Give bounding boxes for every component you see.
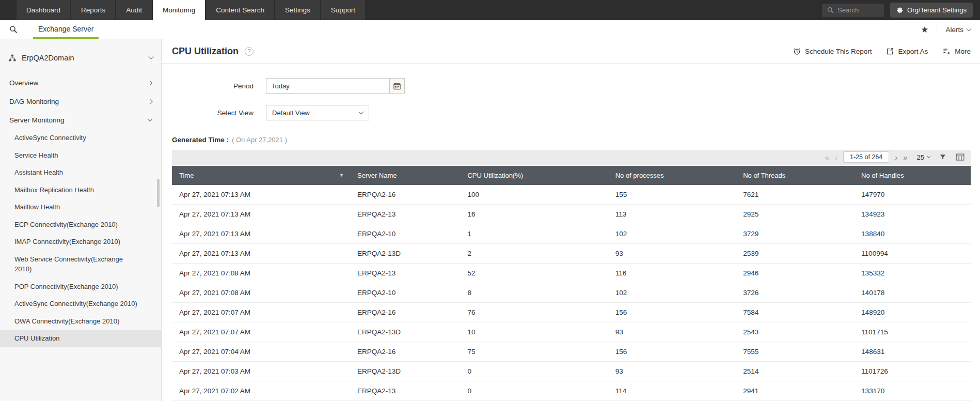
sidebar-section-server-monitoring[interactable]: Server Monitoring	[0, 111, 161, 129]
filter-icon[interactable]	[939, 153, 946, 161]
top-nav-right: Org/Tenant Settings	[822, 0, 980, 20]
sidebar-scrollbar[interactable]	[157, 179, 160, 207]
table-cell: 2	[460, 244, 608, 264]
page-size-select[interactable]: 25	[917, 153, 930, 161]
generated-time-value: ( On Apr 27,2021 )	[232, 136, 287, 144]
table-row[interactable]: Apr 27, 2021 07:07 AMERPQA2-167615675841…	[172, 303, 971, 322]
table-row[interactable]: Apr 27, 2021 07:03 AMERPQA2-13D093251411…	[172, 362, 971, 381]
sidebar-item-mailbox-replication-health[interactable]: Mailbox Replication Health	[0, 181, 161, 199]
table-row[interactable]: Apr 27, 2021 07:08 AMERPQA2-108102372614…	[172, 283, 971, 303]
table-cell: 133170	[854, 381, 971, 401]
table-cell: 2925	[736, 205, 854, 224]
column-chooser-icon[interactable]	[956, 153, 965, 161]
global-search-input[interactable]	[837, 6, 879, 14]
sidebar-item-activesync-connectivity[interactable]: ActiveSync Connectivity	[0, 129, 161, 147]
org-tenant-settings-button[interactable]: Org/Tenant Settings	[890, 3, 973, 18]
global-search-box[interactable]	[822, 4, 884, 17]
table-cell: 2941	[736, 381, 854, 401]
table-row[interactable]: Apr 27, 2021 07:13 AMERPQA2-101102372913…	[172, 224, 971, 244]
last-page-button[interactable]: »	[903, 153, 907, 161]
column-header-server-name[interactable]: Server Name	[350, 166, 460, 185]
prev-page-button[interactable]: ‹	[835, 153, 837, 161]
top-nav-tab-monitoring[interactable]: Monitoring	[153, 0, 205, 20]
table-cell: Apr 27, 2021 07:07 AM	[172, 303, 350, 322]
top-nav-tab-settings[interactable]: Settings	[275, 0, 320, 20]
domain-label: ErpQA2Domain	[22, 54, 74, 62]
export-icon	[886, 48, 894, 55]
column-header-cpu-utilization[interactable]: CPU Utilization(%)	[460, 166, 608, 185]
sidebar-item-pop-connectivity-exchange-2010[interactable]: POP Connectivity(Exchange 2010)	[0, 278, 161, 296]
more-button[interactable]: More	[942, 48, 971, 55]
column-header-label: CPU Utilization(%)	[467, 172, 523, 179]
column-header-time[interactable]: Time▼	[172, 166, 350, 185]
period-label: Period	[172, 82, 266, 90]
report-actions: Schedule This Report Export As More	[793, 48, 971, 55]
domain-selector[interactable]: ErpQA2Domain	[0, 47, 161, 69]
top-nav-tab-reports[interactable]: Reports	[71, 0, 115, 20]
table-row[interactable]: Apr 27, 2021 07:02 AMERPQA2-130114294113…	[172, 381, 971, 401]
sidebar: ErpQA2Domain OverviewDAG MonitoringServe…	[0, 39, 162, 401]
view-select[interactable]: Default View	[266, 105, 369, 120]
module-search-icon[interactable]	[9, 20, 18, 39]
table-row[interactable]: Apr 27, 2021 07:13 AMERPQA2-161001557621…	[172, 185, 971, 205]
report-table: Time▼Server NameCPU Utilization(%)No of …	[172, 166, 971, 401]
column-header-no-of-handles[interactable]: No of Handles	[854, 166, 971, 185]
table-row[interactable]: Apr 27, 2021 07:08 AMERPQA2-135211629461…	[172, 264, 971, 283]
chevron-right-icon	[148, 80, 153, 85]
schedule-report-button[interactable]: Schedule This Report	[793, 48, 872, 55]
top-nav-tab-content-search[interactable]: Content Search	[206, 0, 274, 20]
calendar-button[interactable]	[389, 78, 405, 94]
top-nav-tab-dashboard[interactable]: Dashboard	[17, 0, 70, 20]
table-cell: 1101715	[854, 322, 971, 342]
first-page-button[interactable]: «	[825, 153, 829, 161]
table-row[interactable]: Apr 27, 2021 07:13 AMERPQA2-131611329251…	[172, 205, 971, 224]
sort-arrow-icon[interactable]: ▼	[339, 173, 344, 178]
column-header-no-of-threads[interactable]: No of Threads	[736, 166, 854, 185]
sidebar-item-activesync-connectivity-exchange-2010[interactable]: ActiveSync Connectivity(Exchange 2010)	[0, 295, 161, 313]
sidebar-item-service-health[interactable]: Service Health	[0, 147, 161, 164]
sidebar-item-assistant-health[interactable]: Assistant Health	[0, 164, 161, 181]
content-layout: ErpQA2Domain OverviewDAG MonitoringServe…	[0, 39, 980, 401]
sidebar-item-mailflow-health[interactable]: Mailflow Health	[0, 198, 161, 216]
top-nav-tabs: DashboardReportsAuditMonitoringContent S…	[17, 0, 366, 20]
alerts-dropdown[interactable]: Alerts	[945, 26, 971, 34]
sidebar-item-web-service-connectivity-exchange-2010[interactable]: Web Service Connectivity(Exchange 2010)	[0, 251, 161, 278]
favorites-star-icon[interactable]: ★	[921, 25, 928, 34]
divider	[937, 25, 937, 34]
org-tenant-settings-label: Org/Tenant Settings	[907, 6, 967, 14]
help-icon[interactable]: ?	[245, 47, 254, 56]
sidebar-section-overview[interactable]: Overview	[0, 73, 161, 92]
table-cell: 134923	[854, 205, 971, 224]
table-cell: 7555	[736, 342, 854, 362]
table-cell: 3726	[736, 283, 854, 303]
table-cell: 1101726	[854, 362, 971, 381]
table-row[interactable]: Apr 27, 2021 07:13 AMERPQA2-13D293253911…	[172, 244, 971, 264]
table-cell: 52	[460, 264, 608, 283]
period-input[interactable]	[266, 78, 390, 94]
sidebar-item-imap-connectivity-exchange-2010[interactable]: IMAP Connectivity(Exchange 2010)	[0, 233, 161, 251]
top-nav-tab-support[interactable]: Support	[321, 0, 365, 20]
funnel-icon	[939, 153, 946, 161]
page-size-value: 25	[917, 153, 924, 161]
next-page-button[interactable]: ›	[895, 153, 897, 161]
pagination-range: 1-25 of 264	[843, 151, 889, 163]
chevron-down-icon	[149, 54, 154, 59]
table-row[interactable]: Apr 27, 2021 07:07 AMERPQA2-13D109325431…	[172, 322, 971, 342]
column-header-label: Server Name	[357, 172, 397, 179]
sidebar-item-ecp-connectivity-exchange-2010[interactable]: ECP Connectivity(Exchange 2010)	[0, 216, 161, 234]
generated-time-row: Generated Time : ( On Apr 27,2021 )	[172, 136, 971, 144]
table-row[interactable]: Apr 27, 2021 07:04 AMERPQA2-167515675551…	[172, 342, 971, 362]
table-cell: ERPQA2-13	[350, 264, 460, 283]
top-nav-tab-audit[interactable]: Audit	[116, 0, 152, 20]
column-header-no-of-processes[interactable]: No of processes	[608, 166, 736, 185]
tab-exchange-server[interactable]: Exchange Server	[33, 20, 99, 39]
table-cell: Apr 27, 2021 07:04 AM	[172, 342, 350, 362]
export-as-button[interactable]: Export As	[886, 48, 928, 55]
table-cell: ERPQA2-13D	[350, 244, 460, 264]
schedule-report-label: Schedule This Report	[805, 48, 872, 55]
sidebar-item-owa-connectivity-exchange-2010[interactable]: OWA Connectivity(Exchange 2010)	[0, 313, 161, 330]
sidebar-section-dag-monitoring[interactable]: DAG Monitoring	[0, 92, 161, 111]
table-cell: ERPQA2-10	[350, 224, 460, 244]
column-header-label: No of Threads	[743, 172, 785, 179]
sidebar-item-cpu-utilization[interactable]: CPU Utilization	[0, 330, 161, 347]
